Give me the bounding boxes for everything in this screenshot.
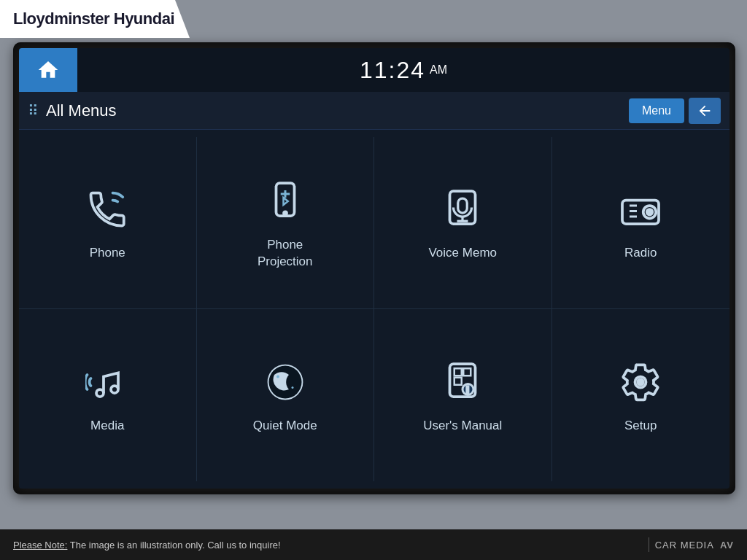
screen-bezel: 11:24 AM ⠿ All Menus Menu [13, 42, 735, 494]
menu-item-quiet-mode[interactable]: Quiet Mode [197, 309, 375, 481]
svg-point-12 [96, 389, 104, 397]
svg-point-1 [284, 212, 287, 215]
svg-point-16 [276, 375, 279, 378]
users-manual-label: User's Manual [423, 418, 502, 434]
dealer-name: Lloydminster Hyundai [13, 9, 174, 28]
phone-icon [82, 184, 133, 235]
svg-point-13 [111, 386, 118, 393]
voice-memo-label: Voice Memo [428, 245, 497, 261]
svg-rect-3 [458, 198, 468, 213]
svg-rect-19 [454, 368, 462, 376]
footer-divider [649, 537, 649, 552]
clock-ampm: AM [430, 63, 447, 77]
menu-item-voice-memo[interactable]: Voice Memo [374, 137, 552, 309]
setup-icon [615, 357, 666, 408]
svg-point-17 [291, 386, 293, 389]
dealer-banner: Lloydminster Hyundai [0, 0, 190, 38]
phone-projection-label: PhoneProjection [258, 237, 313, 269]
footer-brand: CAR MEDIA AV [655, 540, 734, 551]
clock-time: 11:24 [360, 57, 425, 84]
footer-note-underlined: Please Note: [13, 540, 67, 551]
svg-text:i: i [467, 386, 469, 394]
svg-point-25 [638, 379, 644, 385]
home-icon [36, 58, 60, 82]
grid-icon: ⠿ [28, 102, 39, 120]
home-button[interactable] [19, 48, 77, 92]
setup-label: Setup [624, 418, 657, 434]
menu-item-radio[interactable]: Radio [552, 137, 730, 309]
menu-item-phone-projection[interactable]: PhoneProjection [197, 137, 375, 309]
back-icon [697, 103, 713, 119]
radio-icon [615, 184, 666, 235]
menu-item-phone[interactable]: Phone [19, 137, 197, 309]
top-bar: 11:24 AM [19, 48, 729, 92]
av-logo: AV [720, 540, 734, 551]
voice-memo-icon [437, 184, 488, 235]
svg-rect-20 [464, 368, 471, 376]
footer-note: Please Note: The image is an illustratio… [13, 540, 643, 551]
svg-rect-21 [454, 378, 462, 385]
phone-label: Phone [90, 245, 125, 261]
menu-bar: ⠿ All Menus Menu [19, 92, 729, 130]
media-icon [82, 357, 133, 408]
menu-item-users-manual[interactable]: i User's Manual [374, 309, 552, 481]
menu-item-setup[interactable]: Setup [552, 309, 730, 481]
radio-label: Radio [624, 245, 657, 261]
media-label: Media [90, 418, 124, 434]
menu-item-media[interactable]: Media [19, 309, 197, 481]
infotainment-screen: 11:24 AM ⠿ All Menus Menu [19, 48, 729, 489]
phone-projection-icon [260, 176, 311, 227]
svg-point-11 [647, 209, 653, 215]
footer: Please Note: The image is an illustratio… [0, 529, 747, 560]
menu-grid: Phone PhoneProjection [19, 130, 729, 489]
footer-note-body: The image is an illustration only. Call … [67, 540, 280, 551]
clock-area: 11:24 AM [77, 57, 729, 84]
users-manual-icon: i [437, 357, 488, 408]
quiet-mode-icon [260, 357, 311, 408]
car-media-label: CAR MEDIA [655, 540, 714, 551]
menu-button[interactable]: Menu [629, 98, 684, 123]
quiet-mode-label: Quiet Mode [253, 418, 317, 434]
back-button[interactable] [689, 98, 721, 124]
all-menus-label: All Menus [46, 101, 629, 120]
